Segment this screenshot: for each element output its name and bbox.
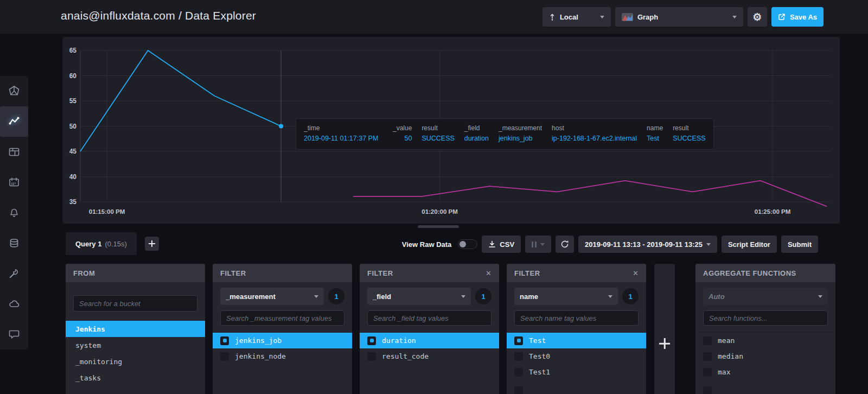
checkbox[interactable]: [703, 368, 712, 377]
sidebar-nav: [0, 76, 28, 349]
tag-value-search-input[interactable]: [367, 310, 492, 326]
function-item[interactable]: mean: [695, 333, 835, 348]
filter-card-field: FILTER _field 1 duration result_code: [360, 264, 499, 394]
checkbox[interactable]: [220, 352, 229, 361]
checkbox[interactable]: [703, 352, 712, 361]
gear-icon: [752, 11, 762, 23]
visualization-type-dropdown[interactable]: Graph: [615, 7, 743, 27]
sidebar-item-data-explorer[interactable]: [0, 106, 28, 137]
checkbox[interactable]: [514, 368, 523, 377]
query-tab-name: Query 1: [75, 240, 101, 248]
settings-button[interactable]: [748, 7, 767, 27]
tag-value-item[interactable]: duration: [360, 333, 499, 348]
bucket-item[interactable]: Jenkins: [66, 321, 205, 337]
tooltip-column: _measurement jenkins_job: [499, 124, 542, 144]
tag-key-dropdown[interactable]: _measurement: [220, 288, 324, 305]
add-query-button[interactable]: [145, 237, 159, 251]
tooltip-column: name Test: [647, 124, 663, 144]
bucket-search-input[interactable]: [73, 295, 197, 312]
tag-value-item[interactable]: result_code: [360, 348, 499, 364]
query-tab[interactable]: Query 1 (0.15s): [66, 232, 137, 255]
graph-line-icon: [8, 116, 20, 128]
function-item[interactable]: [695, 383, 835, 394]
checkbox[interactable]: [367, 336, 376, 345]
function-item[interactable]: max: [695, 364, 835, 380]
csv-download-button[interactable]: CSV: [482, 236, 521, 253]
script-editor-button[interactable]: Script Editor: [722, 236, 777, 253]
svg-text:01:20:00 PM: 01:20:00 PM: [422, 208, 457, 215]
tag-value-label: jenkins_node: [235, 352, 286, 360]
sidebar-item-settings[interactable]: [0, 258, 28, 289]
submit-button[interactable]: Submit: [781, 236, 818, 253]
tag-value-label: Test1: [529, 368, 550, 376]
filter-card-name: FILTER name 1 Test Test0 Test1: [507, 264, 646, 394]
bucket-item[interactable]: system: [66, 337, 205, 353]
tag-value-list: duration result_code: [360, 332, 499, 364]
checkbox[interactable]: [514, 336, 523, 345]
tag-key-dropdown[interactable]: name: [514, 288, 618, 305]
cloud-icon: [8, 298, 20, 310]
tag-value-search-input[interactable]: [220, 310, 344, 326]
checkbox[interactable]: [703, 386, 712, 394]
checkbox[interactable]: [703, 336, 712, 345]
tag-value-item[interactable]: jenkins_node: [213, 348, 352, 364]
tag-value-list: Test Test0 Test1: [507, 332, 646, 394]
tooltip-column: result SUCCESS: [673, 124, 705, 144]
function-search-input[interactable]: [703, 310, 828, 326]
function-item[interactable]: median: [695, 348, 835, 364]
tag-key-dropdown[interactable]: _field: [367, 288, 471, 305]
tag-value-search-input[interactable]: [514, 310, 639, 326]
pause-button[interactable]: [525, 236, 551, 253]
close-icon[interactable]: [486, 268, 492, 278]
window-period-dropdown[interactable]: Auto: [703, 288, 828, 305]
checkbox[interactable]: [367, 352, 376, 361]
save-as-button[interactable]: Save As: [771, 7, 824, 27]
arrow-up-from-dot-icon: [549, 12, 556, 21]
tag-key-label: _field: [373, 293, 391, 301]
tag-value-item[interactable]: Test0: [507, 348, 646, 364]
bucket-item[interactable]: _monitoring: [66, 353, 205, 370]
filter-card-measurement: FILTER _measurement 1 jenkins_job jenkin…: [213, 264, 352, 394]
save-as-label: Save As: [790, 13, 817, 21]
refresh-button[interactable]: [556, 236, 574, 253]
tooltip-column-value: Test: [647, 135, 663, 142]
export-icon: [778, 13, 786, 21]
tag-value-item[interactable]: [507, 383, 646, 394]
bucket-list: Jenkins system _monitoring _tasks: [66, 320, 205, 386]
view-raw-data-toggle[interactable]: [458, 239, 477, 249]
tag-value-item[interactable]: jenkins_job: [213, 333, 352, 348]
tag-value-label: result_code: [382, 352, 429, 360]
header-controls: Local Graph: [542, 7, 824, 27]
page-title: anais@influxdata.com / Data Explorer: [61, 9, 256, 22]
close-icon[interactable]: [633, 268, 639, 278]
sidebar-item-home[interactable]: [0, 76, 28, 106]
chevron-down-icon: [732, 16, 737, 21]
svg-text:60: 60: [69, 72, 77, 80]
from-card-title: FROM: [73, 269, 95, 277]
source-dropdown[interactable]: Local: [542, 7, 611, 27]
bucket-item-label: Jenkins: [75, 325, 105, 333]
sidebar-item-feedback[interactable]: [0, 319, 28, 349]
checkbox[interactable]: [220, 336, 229, 345]
svg-text:45: 45: [69, 148, 77, 155]
sidebar-item-alerts[interactable]: [0, 198, 28, 228]
sidebar-item-load-data[interactable]: [0, 228, 28, 258]
bucket-item[interactable]: _tasks: [66, 370, 205, 386]
time-range-dropdown[interactable]: 2019-09-11 13:13 - 2019-09-11 13:25: [578, 236, 717, 253]
sidebar-item-tasks[interactable]: [0, 167, 28, 198]
dashboards-grid-icon: [8, 146, 20, 158]
add-filter-button[interactable]: [656, 335, 673, 352]
resize-drag-handle[interactable]: [418, 225, 459, 228]
chevron-down-icon: [461, 295, 465, 300]
sidebar-item-cloud[interactable]: [0, 289, 28, 319]
svg-text:65: 65: [69, 47, 77, 54]
filter-card-header: FILTER: [213, 264, 352, 282]
plus-icon: [145, 237, 159, 251]
checkbox[interactable]: [514, 386, 523, 394]
checkbox[interactable]: [514, 352, 523, 361]
sidebar-item-dashboards[interactable]: [0, 137, 28, 167]
tag-value-item[interactable]: Test1: [507, 364, 646, 380]
chevron-down-icon: [314, 295, 318, 300]
query-tab-duration: (0.15s): [105, 240, 126, 248]
tag-value-item[interactable]: Test: [507, 333, 646, 348]
